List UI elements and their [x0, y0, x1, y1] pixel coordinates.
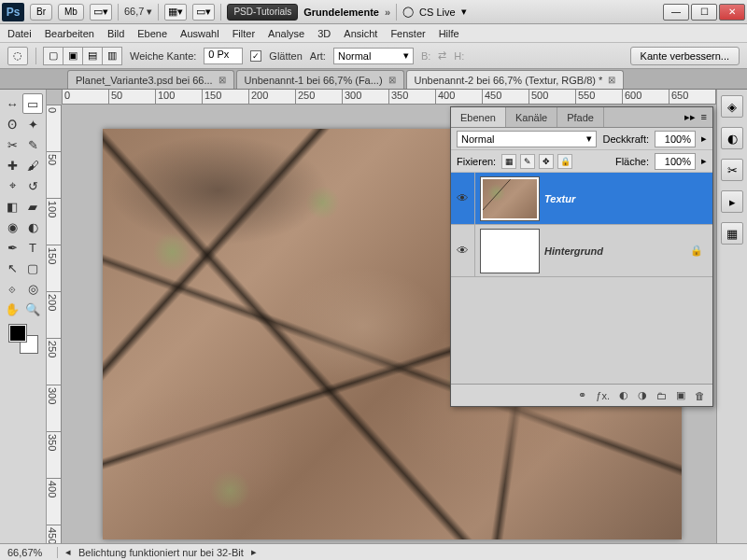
workspace-name[interactable]: Grundelemente: [303, 7, 379, 18]
close-tab-icon[interactable]: ⊠: [388, 75, 396, 85]
lock-all-icon[interactable]: 🔒: [557, 154, 572, 169]
arrange-button[interactable]: ▭▾: [192, 4, 215, 21]
hand-tool[interactable]: ✋: [2, 299, 22, 319]
path-tool[interactable]: ↖: [2, 258, 22, 278]
tab-pfade[interactable]: Pfade: [557, 107, 604, 127]
layer-row[interactable]: 👁 Hintergrund 🔒: [451, 225, 712, 277]
close-button[interactable]: ✕: [719, 4, 745, 21]
close-tab-icon[interactable]: ⊠: [218, 75, 226, 85]
status-zoom[interactable]: 66,67%: [7, 547, 58, 558]
document-tab[interactable]: Unbenannt-2 bei 66,7% (Textur, RGB/8) *⊠: [406, 70, 625, 89]
layer-mask-icon[interactable]: ◐: [619, 389, 628, 401]
selection-add[interactable]: ▣: [63, 47, 83, 65]
layer-name[interactable]: Hintergrund: [544, 245, 603, 257]
workspace-psd-tutorials[interactable]: PSD-Tutorials: [227, 4, 298, 21]
selection-intersect[interactable]: ▥: [102, 47, 122, 65]
menu-analyse[interactable]: Analyse: [268, 28, 304, 39]
crop-tool[interactable]: ✂: [2, 134, 22, 155]
adjustment-layer-icon[interactable]: ◑: [638, 389, 647, 401]
3d-tool[interactable]: ⟐: [2, 278, 22, 299]
menu-ansicht[interactable]: Ansicht: [344, 28, 377, 39]
status-next-icon[interactable]: ▸: [251, 546, 257, 558]
menu-3d[interactable]: 3D: [317, 28, 331, 39]
lasso-tool[interactable]: ʘ: [2, 114, 22, 134]
cslive-drop[interactable]: ▾: [461, 6, 467, 18]
workspace-more[interactable]: »: [385, 7, 390, 18]
bridge-button[interactable]: Br: [30, 4, 52, 21]
title-zoom[interactable]: 66,7 ▾: [124, 6, 152, 18]
actions-panel-icon[interactable]: ▦: [721, 222, 743, 245]
selection-new[interactable]: ▢: [43, 47, 63, 65]
zoom-tool[interactable]: 🔍: [22, 299, 43, 319]
menu-hilfe[interactable]: Hilfe: [439, 28, 459, 39]
menu-filter[interactable]: Filter: [233, 28, 255, 39]
stamp-tool[interactable]: ⌖: [2, 175, 22, 196]
tab-ebenen[interactable]: Ebenen: [451, 107, 506, 127]
document-tab[interactable]: Planet_Variante3.psd bei 66...⊠: [67, 70, 234, 89]
wand-tool[interactable]: ✦: [22, 114, 43, 134]
menu-auswahl[interactable]: Auswahl: [180, 28, 219, 39]
link-layers-icon[interactable]: ⚭: [578, 389, 586, 401]
selection-subtract[interactable]: ▤: [82, 47, 103, 65]
group-icon[interactable]: 🗀: [656, 390, 667, 401]
visibility-toggle[interactable]: 👁: [451, 225, 475, 276]
delete-layer-icon[interactable]: 🗑: [695, 390, 705, 401]
layers-panel-icon[interactable]: ◈: [721, 95, 743, 118]
opacity-flyout[interactable]: ▸: [701, 133, 707, 145]
eyedropper-tool[interactable]: ✎: [22, 134, 43, 155]
ruler-horizontal[interactable]: 0501001502002503003504004505005506006507…: [62, 90, 716, 105]
layer-name[interactable]: Textur: [544, 193, 575, 204]
adjustments-panel-icon[interactable]: ◐: [721, 127, 743, 149]
feather-input[interactable]: 0 Px: [204, 48, 243, 64]
minimize-button[interactable]: —: [663, 4, 689, 21]
menu-bild[interactable]: Bild: [107, 28, 124, 39]
menu-ebene[interactable]: Ebene: [137, 28, 167, 39]
layer-fx-icon[interactable]: ƒx.: [596, 390, 610, 401]
opacity-input[interactable]: 100%: [655, 131, 696, 147]
eraser-tool[interactable]: ◧: [2, 196, 22, 217]
history-panel-icon[interactable]: ▸: [721, 190, 743, 213]
art-select[interactable]: Normal▾: [333, 48, 414, 64]
cslive-button[interactable]: CS Live: [419, 7, 456, 18]
layer-thumbnail[interactable]: [481, 230, 539, 273]
marquee-tool[interactable]: ▭: [22, 93, 43, 114]
menu-fenster[interactable]: Fenster: [390, 28, 425, 39]
view-extras-button[interactable]: ▦▾: [164, 4, 187, 21]
panel-collapse-icon[interactable]: ▸▸: [684, 111, 696, 123]
maximize-button[interactable]: ☐: [691, 4, 717, 21]
lock-position-icon[interactable]: ✥: [539, 154, 554, 169]
cslive-icon[interactable]: ◯: [402, 6, 414, 18]
brush-tool[interactable]: 🖌: [22, 155, 43, 175]
blend-mode-select[interactable]: Normal▾: [457, 131, 597, 147]
blur-tool[interactable]: ◉: [2, 217, 22, 237]
styles-panel-icon[interactable]: ✂: [721, 159, 743, 181]
menu-datei[interactable]: Datei: [7, 28, 32, 39]
menu-bearbeiten[interactable]: Bearbeiten: [45, 28, 94, 39]
shape-tool[interactable]: ▢: [22, 258, 43, 278]
3d-camera-tool[interactable]: ◎: [22, 278, 43, 299]
foreground-color[interactable]: [9, 325, 26, 342]
layers-panel[interactable]: Ebenen Kanäle Pfade ▸▸≡ Normal▾ Deckkraf…: [450, 106, 713, 407]
new-layer-icon[interactable]: ▣: [676, 389, 685, 401]
close-tab-icon[interactable]: ⊠: [608, 75, 615, 85]
visibility-toggle[interactable]: 👁: [451, 173, 475, 224]
lock-transparency-icon[interactable]: ▦: [501, 154, 516, 169]
antialias-checkbox[interactable]: ✓: [250, 50, 261, 62]
heal-tool[interactable]: ✚: [2, 155, 22, 175]
type-tool[interactable]: T: [22, 237, 43, 258]
layer-thumbnail[interactable]: [481, 177, 539, 220]
dodge-tool[interactable]: ◐: [22, 217, 43, 237]
pen-tool[interactable]: ✒: [2, 237, 22, 258]
fill-flyout[interactable]: ▸: [701, 155, 707, 167]
move-tool[interactable]: ↔: [2, 93, 22, 114]
minibridge-button[interactable]: Mb: [58, 4, 84, 21]
refine-edge-button[interactable]: Kante verbessern...: [630, 47, 740, 65]
document-tab[interactable]: Unbenannt-1 bei 66,7% (Fa...)⊠: [236, 70, 404, 89]
color-swatches[interactable]: [2, 325, 44, 353]
ruler-vertical[interactable]: 050100150200250300350400450500: [47, 105, 62, 543]
fill-input[interactable]: 100%: [655, 153, 696, 170]
layer-row[interactable]: 👁 Textur: [451, 173, 712, 225]
panel-menu-icon[interactable]: ≡: [701, 111, 707, 123]
screen-mode-button[interactable]: ▭▾: [90, 4, 112, 21]
tab-kanaele[interactable]: Kanäle: [506, 107, 557, 127]
